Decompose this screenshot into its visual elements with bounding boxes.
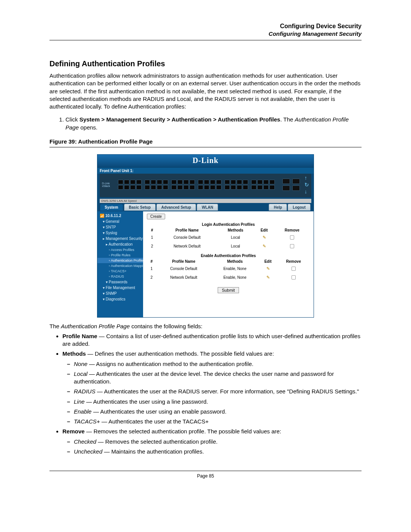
nav-management-security[interactable]: ▸ Management Security [97,236,143,241]
figure-image: D-Link Front Panel Unit 1: D-Link xStack [49,154,362,318]
app-window: D-Link Front Panel Unit 1: D-Link xStack [97,154,314,318]
step-1: Click System > Management Security > Aut… [65,116,362,131]
nav-authentication[interactable]: ▸ Authentication [97,241,143,247]
arrow-up-icon[interactable]: ↑ [304,175,309,181]
login-profiles-title: Login Authentication Profiles [147,222,310,227]
col-methods: Methods [211,259,259,264]
nav-tacacs[interactable]: ▫ TACACS+ [97,268,143,274]
col-edit: Edit [254,227,274,233]
table-row: 1 Console Default Enable, None ✎ [147,264,310,273]
nav-ip[interactable]: 📶 10.6.11.2 [97,213,143,219]
nav-general[interactable]: ▾ General [97,219,143,224]
tab-system[interactable]: System [100,204,123,211]
create-button[interactable]: Create [147,214,165,219]
figure-caption: Figure 39: Authentication Profile Page [49,138,362,145]
aux-ports [282,179,300,191]
methods-sublist: None — Assigns no authentication method … [62,360,362,426]
nav-passwords[interactable]: ▾ Passwords [97,279,143,285]
nav-diagnostics[interactable]: ▾ Diagnostics [97,296,143,302]
aux-slot [292,179,300,184]
col-methods: Methods [217,227,254,233]
remove-checkbox[interactable] [290,244,294,248]
nav-file-management[interactable]: ▾ File Management [97,285,143,291]
edit-icon[interactable]: ✎ [266,266,270,271]
col-profile-name: Profile Name [157,227,217,233]
nav-tree: 📶 10.6.11.2 ▾ General ▾ SNTP ▾ Syslog ▸ … [97,211,143,317]
nav-sntp[interactable]: ▾ SNTP [97,224,143,230]
figure-rule [49,147,362,147]
remove-sublist: Checked — Removes the selected authentic… [62,438,362,456]
cell-methods: Local [217,242,254,251]
tab-advanced-setup[interactable]: Advanced Setup [156,204,196,211]
device-info-stripe: DWS-3250 LAN All Speed [100,199,311,203]
page-header: Configuring Device Security Configuring … [49,23,362,37]
nav-profile-rules[interactable]: ▫ Profile Rules [97,252,143,258]
nav-authentication-profiles[interactable]: ▫ Authentication Profiles [97,258,143,263]
device-series: xStack [102,185,110,187]
steps-list: Click System > Management Security > Aut… [49,116,362,131]
cell-num: 1 [147,233,157,242]
table-row: 2 Network Default Enable, None ✎ [147,273,310,282]
port-block [118,180,277,190]
device-model-label: D-Link xStack [102,182,116,187]
nav-radius[interactable]: ▫ RADIUS [97,274,143,279]
device-front-panel: D-Link xStack [100,174,311,197]
section-title: Defining Authentication Profiles [49,59,362,68]
col-remove: Remove [274,227,310,233]
page-number: Page 85 [49,473,362,479]
cell-num: 2 [147,242,157,251]
nav-ip-value: 10.6.11.2 [105,214,121,218]
cell-name: Console Default [156,264,211,273]
step-1-path: System > Management Security > Authentic… [80,116,280,123]
table-row: 2 Network Default Local ✎ [147,242,310,251]
aux-slot [282,185,290,191]
col-remove: Remove [277,259,310,264]
remove-checkbox[interactable] [292,275,296,280]
device-brand: D-Link [102,182,110,185]
nav-authentication-mapping[interactable]: ▫ Authentication Mapping [97,263,143,268]
step-1-prefix: Click [65,116,80,123]
scroll-arrows[interactable]: ↑ ↻ ↓ [304,175,309,194]
cell-methods: Local [217,233,254,242]
arrow-down-icon[interactable]: ↓ [304,189,309,194]
aux-slot [282,179,290,184]
brand-bar: D-Link [97,155,314,168]
field-methods: Methods — Defines the user authenticatio… [62,350,362,425]
tab-logout[interactable]: Logout [288,204,311,211]
cell-name: Network Default [156,273,211,282]
tab-bar: System Basic Setup Advanced Setup WLAN H… [97,203,314,211]
step-1-mid: . The [280,116,295,123]
field-profile-name: Profile Name — Contains a list of user-d… [62,332,362,348]
remove-checkbox[interactable] [292,267,296,271]
footer-rule [49,471,362,471]
cell-methods: Enable, None [211,264,259,273]
header-main: Configuring Device Security [49,23,362,30]
aux-slot [292,185,300,191]
enable-profiles-title: Enable Authentication Profiles [147,254,310,258]
remove-checkbox[interactable] [290,235,294,240]
edit-icon[interactable]: ✎ [263,244,266,248]
header-rule [49,40,362,40]
nav-snmp[interactable]: ▾ SNMP [97,291,143,296]
cell-name: Console Default [157,233,217,242]
nav-access-profiles[interactable]: ▫ Access Profiles [97,247,143,252]
refresh-icon[interactable]: ↻ [304,182,309,187]
cell-name: Network Default [157,242,217,251]
tab-help[interactable]: Help [269,204,287,211]
col-num: # [147,227,157,233]
header-sub: Configuring Management Security [49,30,362,37]
nav-syslog[interactable]: ▾ Syslog [97,230,143,236]
login-profiles-table: # Profile Name Methods Edit Remove 1 Con… [147,227,310,251]
tab-basic-setup[interactable]: Basic Setup [124,204,156,211]
table-header-row: # Profile Name Methods Edit Remove [147,227,310,233]
section-intro: Authentication profiles allow network ad… [49,72,362,110]
front-panel-label: Front Panel Unit 1: [97,168,314,174]
submit-button[interactable]: Submit [218,287,239,293]
tab-wlan[interactable]: WLAN [197,204,218,211]
fields-list: Profile Name — Contains a list of user-d… [49,332,362,455]
cell-methods: Enable, None [211,273,259,282]
col-num: # [147,259,156,264]
table-row: 1 Console Default Local ✎ [147,233,310,242]
edit-icon[interactable]: ✎ [263,235,266,240]
edit-icon[interactable]: ✎ [266,275,270,280]
